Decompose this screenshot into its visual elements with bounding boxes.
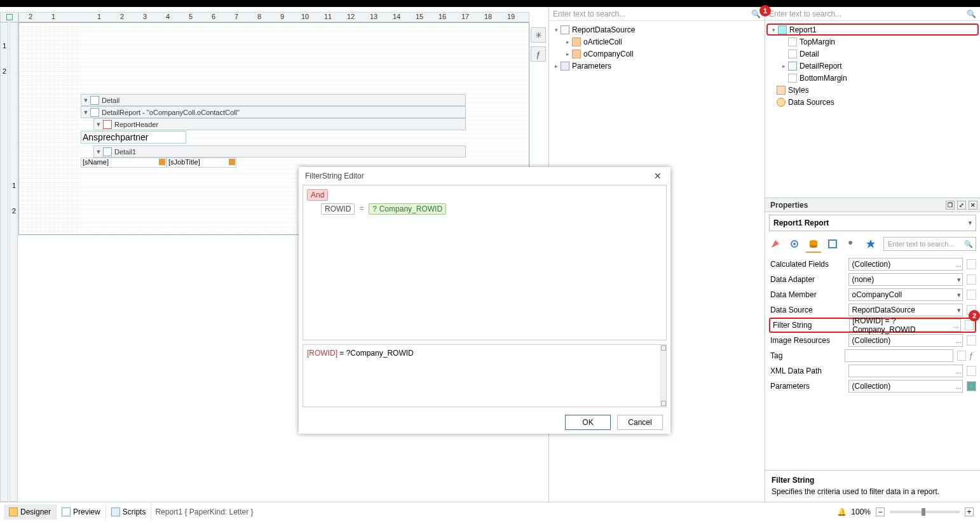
band-detailreport[interactable]: ▼DetailReport - "oCompanyColl.oContactCo… [81,106,466,118]
expand-icon[interactable]: ▸ [780,63,787,69]
cancel-button[interactable]: Cancel [617,415,663,430]
collapse-icon[interactable]: ▼ [81,97,90,104]
property-value[interactable]: [ROWID] = ?Company_ROWID... [849,319,961,332]
breadcrumb[interactable]: Report1 { PaperKind: Letter } [155,507,253,516]
search-input[interactable]: Enter text to search... 🔍 [549,7,765,21]
band-reportheader[interactable]: ▼ReportHeader [81,118,466,130]
property-value[interactable]: (Collection)... [848,258,963,271]
property-value[interactable]: (Collection)... [848,334,963,347]
expression-text[interactable]: [ROWID] = ?Company_ROWID [303,344,667,407]
vertical-ruler[interactable]: 12 12 [0,22,18,502]
reset-button[interactable] [965,320,974,330]
tree-node[interactable]: ▸Parameters [550,60,763,72]
reset-button[interactable] [967,259,976,269]
property-value[interactable]: ... [848,365,963,377]
collapse-icon[interactable]: ▼ [81,109,90,116]
zoom-in-button[interactable]: + [965,507,974,516]
chevron-down-icon[interactable]: ▼ [967,220,973,226]
ellipsis-icon[interactable]: ... [953,321,959,329]
appearance-icon[interactable] [769,238,782,250]
tab-icon [62,507,71,516]
reset-button[interactable] [957,351,966,361]
tree-node[interactable]: ▸DetailReport [766,60,979,72]
tree-node[interactable]: ▾Report1 [766,24,979,36]
band-detail1[interactable]: ▼Detail1 [81,145,466,158]
property-name: Tag [769,351,845,360]
filter-field[interactable]: ROWID [321,203,355,215]
tree-node[interactable]: Data Sources [766,96,979,108]
filter-param[interactable]: Company_ROWID [369,203,446,215]
search-input[interactable]: Enter text to search... 🔍 [765,7,980,21]
fx-icon[interactable]: ƒ [531,46,546,62]
smart-tag-icon[interactable] [229,159,235,165]
collapse-icon[interactable]: ▼ [94,149,103,155]
property-search-input[interactable]: Enter text to search... 🔍 [883,237,976,251]
tree-node[interactable]: ▸oCompanyColl [550,48,763,60]
tab-scripts[interactable]: Scripts [106,504,152,520]
ellipsis-icon[interactable]: ... [955,367,961,375]
horizontal-ruler[interactable]: 2112345678910111213141516171819 [18,12,529,22]
behavior-icon[interactable] [788,238,801,250]
search-icon[interactable]: 🔍 [967,10,976,18]
object-selector[interactable]: Report1 Report ▼ [769,215,976,231]
reset-button[interactable] [967,366,976,376]
close-icon[interactable]: ✕ [969,201,977,210]
expand-icon[interactable]: ▸ [564,39,571,45]
scrollbar[interactable] [660,345,666,407]
property-value[interactable]: oCompanyColl▾ [848,288,963,301]
zoom-out-button[interactable]: − [876,507,885,516]
operator-and[interactable]: And [307,189,328,201]
label-ansprechpartner[interactable]: Ansprechpartner [81,131,186,144]
expand-icon[interactable]: ▸ [564,51,571,57]
zoom-slider[interactable] [890,511,960,513]
fx-icon[interactable]: ƒ [969,351,976,360]
zoom-thumb[interactable] [922,508,925,516]
reset-button[interactable] [967,335,976,346]
wrench-icon[interactable] [845,238,858,250]
tab-preview[interactable]: Preview [57,504,106,520]
reset-button[interactable] [967,290,976,300]
tree-node[interactable]: ▾ReportDataSource [550,24,763,36]
ellipsis-icon[interactable]: ... [955,337,961,344]
tree-node[interactable]: Detail [766,48,979,60]
smart-tag-icon[interactable] [159,159,165,165]
data-icon[interactable] [807,238,820,250]
ruler-corner[interactable] [0,12,18,22]
properties-header[interactable]: Properties ❐ ⤢ ✕ [765,198,980,212]
property-name: Image Resources [769,336,848,345]
restore-icon[interactable]: ❐ [946,201,955,210]
chevron-down-icon[interactable]: ▾ [957,291,961,299]
expand-icon[interactable]: ▾ [770,27,777,33]
collapse-icon[interactable]: ▼ [94,121,103,128]
property-value[interactable] [845,349,953,362]
filter-tree[interactable]: And ROWID = Company_ROWID [303,185,667,340]
pin-icon[interactable]: ⤢ [957,201,966,210]
tree-node[interactable]: Styles [766,84,979,96]
layout-icon[interactable] [826,238,839,250]
band-detail[interactable]: ▼Detail [81,94,466,106]
ellipsis-icon[interactable]: ... [955,260,961,268]
chevron-down-icon[interactable]: ▾ [957,276,961,284]
ellipsis-icon[interactable]: ... [955,382,961,390]
expand-icon[interactable]: ▸ [553,63,559,69]
reset-button[interactable] [967,274,976,285]
bell-icon[interactable]: 🔔 [837,507,847,516]
tree-node[interactable]: TopMargin [766,36,979,48]
close-icon[interactable]: ✕ [651,170,664,182]
chevron-down-icon[interactable]: ▾ [957,306,961,314]
dialog-titlebar[interactable]: FilterString Editor ✕ [299,167,670,185]
field-sjobtitle[interactable]: [sJobTitle] [167,158,236,168]
property-value[interactable]: (Collection)... [848,380,963,393]
ok-button[interactable]: OK [565,415,611,430]
tree-node[interactable]: BottomMargin [766,72,979,84]
property-value[interactable]: ReportDataSource▾ [848,304,963,316]
expand-icon[interactable]: ▾ [553,27,559,33]
gear-icon[interactable]: ✳ [531,27,546,43]
reset-button[interactable] [967,381,976,391]
property-value[interactable]: (none)▾ [848,273,963,286]
tab-designer[interactable]: Designer [4,504,57,520]
tree-node[interactable]: ▸oArticleColl [550,36,763,48]
star-icon[interactable] [864,238,877,250]
filter-operator[interactable]: = [360,204,364,213]
field-sname[interactable]: [sName] [81,158,167,168]
